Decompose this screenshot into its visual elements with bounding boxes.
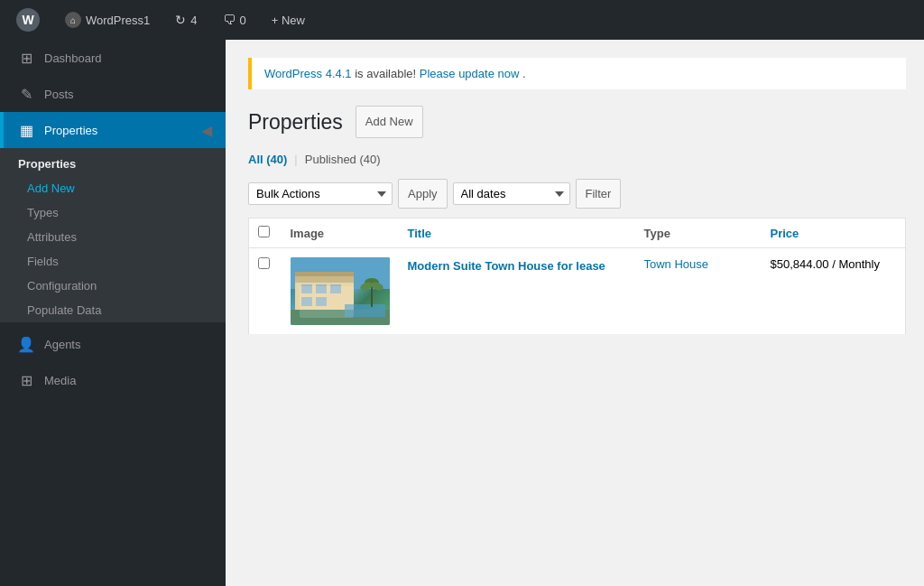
site-name-button[interactable]: ⌂ WordPress1	[60, 0, 155, 40]
media-icon: ⊞	[17, 371, 35, 389]
submenu-populate-data[interactable]: Populate Data	[0, 298, 226, 322]
update-now-link[interactable]: Please update now	[420, 67, 520, 80]
site-name-label: WordPress1	[86, 14, 150, 27]
sidebar-media-label: Media	[44, 374, 76, 387]
sidebar-item-agents[interactable]: 👤 Agents	[0, 326, 226, 362]
home-icon: ⌂	[65, 12, 81, 28]
sidebar: ⊞ Dashboard ✎ Posts ▦ Properties ◀ Prope…	[0, 40, 226, 586]
agents-icon: 👤	[17, 335, 35, 353]
filter-separator: |	[294, 153, 297, 166]
wp-logo-icon: W	[16, 8, 40, 32]
content-area: WordPress 4.4.1 is available! Please upd…	[226, 40, 924, 586]
select-all-checkbox[interactable]	[258, 226, 270, 237]
row-checkbox[interactable]	[258, 257, 270, 269]
submenu-fields[interactable]: Fields	[0, 249, 226, 274]
apply-button[interactable]: Apply	[398, 179, 448, 209]
svg-rect-4	[316, 284, 327, 293]
table-row: Modern Suite Town House for lease Town H…	[249, 248, 906, 335]
comments-count: 0	[240, 14, 246, 27]
svg-rect-10	[295, 272, 354, 276]
add-new-button[interactable]: Add New	[356, 106, 423, 138]
sidebar-dashboard-label: Dashboard	[44, 51, 102, 65]
properties-submenu: Properties Add New Types Attributes Fiel…	[0, 148, 226, 322]
refresh-icon: ↻	[175, 13, 186, 27]
updates-count: 4	[190, 14, 197, 27]
property-type-link[interactable]: Town House	[644, 257, 709, 271]
date-filter-select[interactable]: All dates	[453, 182, 570, 205]
admin-bar: W ⌂ WordPress1 ↻ 4 🗨 0 + New	[0, 0, 924, 40]
type-col-header: Type	[635, 219, 762, 248]
published-count: (40)	[359, 153, 380, 166]
submenu-attributes[interactable]: Attributes	[0, 225, 226, 249]
title-col-header[interactable]: Title	[399, 219, 635, 248]
chevron-right-icon: ◀	[201, 122, 212, 139]
wp-version-link[interactable]: WordPress 4.4.1	[264, 67, 352, 80]
properties-table: Image Title Type Price	[248, 218, 906, 335]
notice-text-2: .	[522, 67, 526, 80]
new-label: + New	[272, 14, 305, 27]
svg-rect-6	[301, 297, 312, 306]
image-col-header: Image	[282, 219, 399, 248]
sidebar-item-properties[interactable]: ▦ Properties ◀	[0, 112, 226, 148]
svg-rect-9	[345, 304, 385, 317]
update-notice: WordPress 4.4.1 is available! Please upd…	[248, 58, 906, 89]
page-title: Properties	[248, 110, 343, 135]
filter-published[interactable]: Published (40)	[305, 153, 381, 166]
submenu-types[interactable]: Types	[0, 200, 226, 225]
wp-logo-button[interactable]: W	[11, 0, 45, 40]
sidebar-agents-label: Agents	[44, 338, 80, 351]
main-layout: ⊞ Dashboard ✎ Posts ▦ Properties ◀ Prope…	[0, 40, 924, 586]
sidebar-item-dashboard[interactable]: ⊞ Dashboard	[0, 40, 226, 76]
toolbar: Bulk Actions Edit Move to Trash Apply Al…	[248, 179, 906, 209]
filter-all[interactable]: All (40)	[248, 153, 287, 166]
svg-rect-2	[295, 275, 354, 283]
submenu-add-new[interactable]: Add New	[0, 176, 226, 200]
updates-button[interactable]: ↻ 4	[170, 0, 202, 40]
svg-rect-7	[316, 297, 327, 306]
submenu-configuration[interactable]: Configuration	[0, 274, 226, 298]
properties-icon: ▦	[17, 121, 35, 139]
filter-row: All (40) | Published (40)	[248, 153, 906, 166]
comments-button[interactable]: 🗨 0	[217, 0, 252, 40]
property-title-link[interactable]: Modern Suite Town House for lease	[408, 259, 605, 273]
new-content-button[interactable]: + New	[266, 0, 310, 40]
dashboard-icon: ⊞	[17, 49, 35, 67]
svg-rect-3	[301, 284, 312, 293]
property-price: $50,844.00 / Monthly	[771, 257, 880, 271]
sidebar-properties-label: Properties	[44, 124, 97, 137]
page-header: Properties Add New	[248, 106, 906, 138]
filter-button[interactable]: Filter	[576, 179, 622, 209]
svg-rect-5	[330, 284, 341, 293]
property-image	[291, 257, 390, 325]
submenu-properties-title[interactable]: Properties	[0, 148, 226, 176]
comments-icon: 🗨	[223, 13, 236, 27]
bulk-actions-select[interactable]: Bulk Actions Edit Move to Trash	[248, 182, 393, 205]
sidebar-posts-label: Posts	[44, 88, 74, 101]
price-col-header[interactable]: Price	[762, 219, 906, 248]
all-count: (40)	[266, 153, 287, 166]
notice-text-1: is available!	[355, 67, 420, 80]
sidebar-item-media[interactable]: ⊞ Media	[0, 362, 226, 398]
sidebar-item-posts[interactable]: ✎ Posts	[0, 76, 226, 112]
posts-icon: ✎	[17, 85, 35, 103]
